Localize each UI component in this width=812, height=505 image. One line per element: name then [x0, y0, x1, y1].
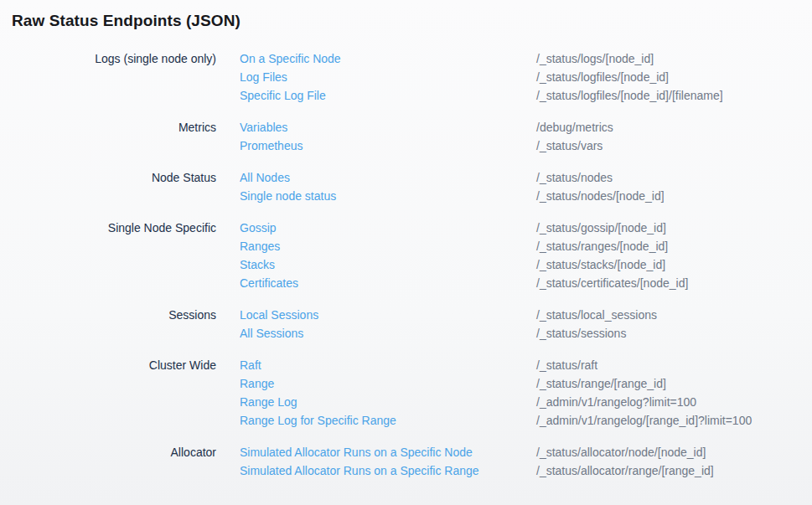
endpoint-group: AllocatorSimulated Allocator Runs on a S… — [0, 443, 812, 480]
endpoint-link[interactable]: Single node status — [240, 187, 536, 205]
links-column: On a Specific NodeLog FilesSpecific Log … — [216, 49, 536, 105]
links-column: Local SessionsAll Sessions — [216, 306, 536, 343]
endpoint-link[interactable]: Simulated Allocator Runs on a Specific R… — [240, 461, 536, 480]
endpoints-column: /debug/metrics/_status/vars — [536, 118, 812, 155]
endpoint-path: /_status/vars — [536, 137, 812, 155]
category-label: Node Status — [0, 168, 216, 205]
endpoints-column: /_status/nodes/_status/nodes/[node_id] — [536, 168, 812, 205]
category-label: Metrics — [0, 118, 216, 155]
endpoint-group: SessionsLocal SessionsAll Sessions/_stat… — [0, 306, 812, 343]
endpoint-path: /_status/allocator/node/[node_id] — [536, 443, 812, 461]
endpoint-link[interactable]: Gossip — [240, 219, 536, 237]
endpoint-link[interactable]: Specific Log File — [240, 86, 536, 105]
endpoint-group: MetricsVariablesPrometheus/debug/metrics… — [0, 118, 812, 155]
endpoint-link[interactable]: All Nodes — [240, 168, 536, 187]
endpoint-path: /_status/logs/[node_id] — [536, 49, 812, 68]
links-column: VariablesPrometheus — [216, 118, 536, 155]
endpoint-link[interactable]: Raft — [240, 356, 536, 374]
endpoint-link[interactable]: Ranges — [240, 237, 536, 255]
endpoint-path: /_status/sessions — [536, 324, 812, 343]
links-column: All NodesSingle node status — [216, 168, 536, 205]
category-label: Cluster Wide — [0, 356, 216, 430]
endpoint-path: /_admin/v1/rangelog?limit=100 — [536, 393, 812, 411]
endpoint-group: Single Node SpecificGossipRangesStacksCe… — [0, 219, 812, 292]
endpoint-link[interactable]: Range — [240, 374, 536, 393]
category-label: Sessions — [0, 306, 216, 343]
links-column: Simulated Allocator Runs on a Specific N… — [216, 443, 536, 480]
endpoint-path: /_status/logfiles/[node_id] — [536, 68, 812, 86]
endpoint-link[interactable]: Range Log — [240, 393, 536, 411]
endpoint-link[interactable]: On a Specific Node — [240, 49, 536, 68]
endpoint-path: /_status/nodes/[node_id] — [536, 187, 812, 205]
endpoint-path: /_status/gossip/[node_id] — [536, 219, 812, 237]
endpoint-link[interactable]: Simulated Allocator Runs on a Specific N… — [240, 443, 536, 461]
endpoints-column: /_status/gossip/[node_id]/_status/ranges… — [536, 219, 812, 292]
endpoints-column: /_status/local_sessions/_status/sessions — [536, 306, 812, 343]
raw-status-endpoints-page: Raw Status Endpoints (JSON) Logs (single… — [0, 0, 812, 480]
category-label: Logs (single node only) — [0, 49, 216, 105]
endpoint-link[interactable]: Range Log for Specific Range — [240, 411, 536, 430]
endpoint-link[interactable]: Certificates — [240, 274, 536, 292]
endpoints-column: /_status/allocator/node/[node_id]/_statu… — [536, 443, 812, 480]
endpoint-link[interactable]: All Sessions — [240, 324, 536, 343]
category-label: Allocator — [0, 443, 216, 480]
links-column: GossipRangesStacksCertificates — [216, 219, 536, 292]
endpoints-column: /_status/logs/[node_id]/_status/logfiles… — [536, 49, 812, 105]
endpoint-groups: Logs (single node only)On a Specific Nod… — [0, 49, 812, 480]
endpoint-link[interactable]: Stacks — [240, 255, 536, 274]
endpoint-group: Logs (single node only)On a Specific Nod… — [0, 49, 812, 105]
endpoint-path: /_status/ranges/[node_id] — [536, 237, 812, 255]
endpoint-group: Node StatusAll NodesSingle node status/_… — [0, 168, 812, 205]
endpoint-link[interactable]: Local Sessions — [240, 306, 536, 324]
endpoint-link[interactable]: Variables — [240, 118, 536, 137]
endpoint-group: Cluster WideRaftRangeRange LogRange Log … — [0, 356, 812, 430]
endpoint-path: /_admin/v1/rangelog/[range_id]?limit=100 — [536, 411, 812, 430]
endpoint-path: /debug/metrics — [536, 118, 812, 137]
endpoint-path: /_status/range/[range_id] — [536, 374, 812, 393]
endpoint-path: /_status/local_sessions — [536, 306, 812, 324]
endpoint-path: /_status/raft — [536, 356, 812, 374]
endpoint-link[interactable]: Prometheus — [240, 137, 536, 155]
endpoint-path: /_status/stacks/[node_id] — [536, 255, 812, 274]
endpoints-column: /_status/raft/_status/range/[range_id]/_… — [536, 356, 812, 430]
endpoint-link[interactable]: Log Files — [240, 68, 536, 86]
category-label: Single Node Specific — [0, 219, 216, 292]
endpoint-path: /_status/certificates/[node_id] — [536, 274, 812, 292]
page-title: Raw Status Endpoints (JSON) — [12, 11, 812, 31]
links-column: RaftRangeRange LogRange Log for Specific… — [216, 356, 536, 430]
endpoint-path: /_status/nodes — [536, 168, 812, 187]
endpoint-path: /_status/allocator/range/[range_id] — [536, 461, 812, 480]
endpoint-path: /_status/logfiles/[node_id]/[filename] — [536, 86, 812, 105]
